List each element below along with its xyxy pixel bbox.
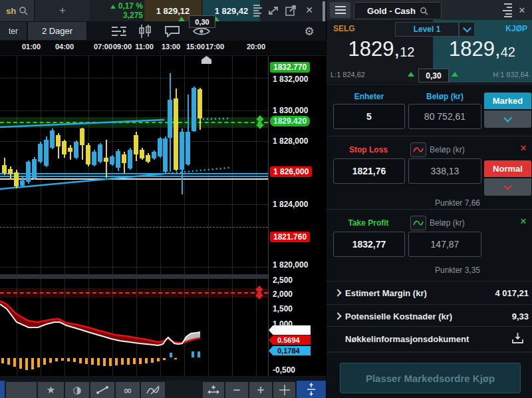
popout-icon[interactable] — [285, 5, 297, 16]
candle — [98, 144, 102, 162]
units-label: Enheter — [333, 92, 405, 101]
take-profit-amount-input[interactable]: 147,87 — [408, 232, 481, 257]
spread-badge: 0,30 — [189, 15, 215, 28]
margin-value: 4 017,21 — [495, 288, 529, 298]
histogram-bar-negative — [157, 358, 160, 361]
add-chart-tab[interactable]: + — [35, 0, 90, 21]
stop-loss-mode-button[interactable]: Normal — [484, 160, 531, 177]
histogram-bar-negative — [37, 358, 40, 367]
histogram-bar-negative — [139, 358, 142, 364]
scrollbar-thumb[interactable] — [323, 1, 325, 21]
panel-splitter[interactable] — [0, 274, 268, 279]
close-window-icon[interactable]: ✕ — [303, 4, 315, 16]
chart-window-toolbar: sh + 0,17 % 3,275 1 829,12 1 829,42 0,30 — [0, 0, 326, 21]
sell-label: SELG — [333, 24, 355, 33]
stop-loss-remove-icon[interactable]: ✕ — [518, 142, 529, 153]
take-profit-label: Take Profit — [333, 218, 404, 228]
candle — [140, 150, 144, 158]
histogram-bar-negative — [61, 358, 64, 361]
take-profit-chart-toggle[interactable] — [410, 216, 426, 230]
take-profit-price-input[interactable]: 1832,77 — [333, 232, 405, 257]
panel-instrument-title[interactable]: Gold - Cash — [354, 2, 442, 19]
level-dropdown-chevron-button[interactable] — [459, 22, 475, 37]
contrast-icon: ◑ — [72, 384, 81, 396]
level-dropdown[interactable]: Level 1 — [395, 22, 459, 37]
units-input[interactable]: 5 — [333, 104, 405, 129]
interval-tab[interactable]: ter — [0, 22, 27, 40]
price-axis-label: 1 832,000 — [273, 75, 308, 84]
comment-icon[interactable] — [164, 25, 180, 37]
stop-loss-chart-toggle[interactable] — [410, 142, 426, 157]
contrast-theme-button[interactable]: ◑ — [65, 382, 89, 398]
chevron-down-icon — [463, 24, 471, 33]
price-axis[interactable]: 1 832,0001 830,0001 828,0001 824,0001 82… — [268, 56, 327, 376]
freehand-draw-button[interactable] — [141, 382, 165, 398]
amount-input[interactable]: 80 752,61 — [408, 104, 481, 129]
price-axis-label: 1,500 — [273, 304, 293, 313]
stop-loss-amount-input[interactable]: 338,13 — [408, 158, 481, 184]
costs-row[interactable]: Potensielle Kostnader (kr) 9,33 — [327, 305, 532, 326]
eye-icon[interactable] — [193, 27, 210, 36]
bottom-divider — [0, 376, 326, 381]
change-percent: 0,17 % — [91, 1, 143, 11]
trendline-tool-button[interactable] — [90, 382, 114, 398]
price-axis-label: -0,500 — [273, 365, 295, 375]
indicator-tool-button[interactable]: ∞ — [116, 382, 140, 398]
candle — [32, 159, 37, 178]
fit-horizontal-button[interactable] — [203, 382, 224, 398]
costs-label: Potensielle Kostnader (kr) — [345, 311, 452, 321]
plus-icon: + — [257, 384, 265, 396]
sell-price[interactable]: 1829,12 — [330, 35, 433, 64]
stop-loss-mode-chevron-button[interactable] — [484, 178, 531, 196]
margin-row[interactable]: Estimert Margin (kr) 4 017,21 — [327, 282, 532, 304]
hamburger-icon — [335, 6, 346, 14]
gear-icon[interactable]: ⚙ — [299, 23, 319, 39]
stop-loss-price-input[interactable]: 1821,76 — [333, 158, 405, 184]
place-order-button[interactable]: Plasser Markedsordre Kjøp — [340, 363, 521, 393]
price-axis-label: 2,000 — [273, 290, 293, 299]
close-panel-icon[interactable]: ✕ — [516, 4, 528, 16]
histogram-bar-negative — [13, 358, 16, 367]
order-type-button[interactable]: Marked — [484, 93, 531, 109]
crosshair-icon — [279, 384, 291, 396]
freehand-icon — [146, 385, 160, 395]
low-price-label: L:1 824,62 — [331, 71, 365, 79]
zoom-in-button[interactable]: + — [249, 382, 272, 398]
crosshair-button[interactable] — [273, 382, 295, 398]
zoom-out-button[interactable]: − — [225, 382, 248, 398]
price-axis-label: 1 824,000 — [273, 200, 308, 209]
histogram-bar-negative — [67, 358, 70, 361]
chart-settings-toolbar: ter 2 Dager ⚙ — [0, 21, 326, 41]
costs-value: 9,33 — [512, 311, 529, 321]
ticket-spread-badge: 0,30 — [418, 69, 449, 83]
stop-loss-points: Punkter 7,66 — [408, 198, 480, 208]
kid-row[interactable]: Nøkkelinformasjonsdokument — [327, 327, 532, 350]
price-axis-label: 1 830,000 — [273, 106, 308, 115]
toolbar-empty-button[interactable] — [6, 382, 37, 398]
buy-price[interactable]: 1829,42 — [433, 35, 531, 64]
panel-menu-button[interactable] — [330, 2, 350, 18]
order-type-chevron-button[interactable] — [484, 110, 531, 128]
drag-lines-icon[interactable] — [501, 3, 512, 17]
sell-direction-up-icon — [178, 17, 185, 21]
time-axis-label: 09:00 — [113, 43, 132, 51]
layers-list-icon[interactable] — [253, 4, 263, 17]
up-triangle-icon — [408, 72, 414, 77]
take-profit-remove-icon[interactable]: ✕ — [518, 216, 529, 226]
histogram-bar-negative — [109, 358, 112, 366]
download-icon[interactable] — [511, 332, 524, 344]
favorites-star-button[interactable]: ★ — [38, 382, 64, 398]
price-axis-label: 1 820,000 — [273, 260, 308, 270]
chart-plot[interactable] — [0, 56, 268, 376]
up-triangle-icon — [452, 72, 458, 77]
plus-icon: + — [59, 4, 66, 17]
chart-type-candle-icon[interactable] — [137, 25, 153, 38]
histogram-bar-negative — [1, 358, 4, 363]
settings-sliders-icon[interactable] — [110, 25, 128, 37]
candle — [8, 169, 13, 174]
instrument-tab[interactable]: sh — [0, 0, 35, 21]
expand-icon[interactable] — [267, 5, 279, 16]
fit-vertical-button[interactable] — [297, 381, 326, 398]
candle — [38, 144, 43, 162]
range-tab[interactable]: 2 Dager — [28, 22, 87, 40]
